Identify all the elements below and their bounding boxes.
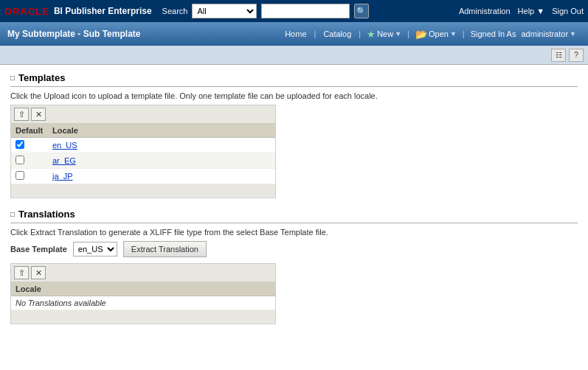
delete-translation-button[interactable]: ✕ [31,266,46,279]
translations-section: □ Translations Click Extract Translation… [10,209,578,324]
templates-footer-row [11,184,275,198]
translations-description: Click Extract Translation to generate a … [10,228,578,237]
col-locale-header: Locale [48,124,275,138]
oracle-logo-text: ORACLE [4,6,49,17]
base-template-select[interactable]: en_US ar_EG ja_JP [73,242,117,256]
templates-collapse-icon[interactable]: □ [10,74,15,82]
translations-table: Locale No Translations available [11,282,275,324]
base-template-label: Base Template [10,245,67,254]
translations-section-title: Translations [18,209,75,220]
search-scope-select[interactable]: All Reports Data Models Shared [192,4,257,18]
new-icon: ★ [367,29,376,40]
new-chevron-icon: ▼ [395,30,401,38]
translations-footer-row [11,310,275,324]
search-label: Search [162,7,188,15]
templates-section-title: Templates [18,72,65,83]
templates-table-toolbar: ⇧ ✕ [11,105,275,124]
default-cell-1 [11,153,48,169]
folder-icon: 📂 [415,29,427,40]
templates-description: Click the Upload icon to upload a templa… [10,91,578,100]
no-translations-row: No Translations available [11,296,275,310]
search-input[interactable] [261,4,350,18]
col-default-header: Default [11,124,48,138]
locale-link-1[interactable]: ar_EG [52,156,76,165]
main-content: □ Templates Click the Upload icon to upl… [0,65,588,370]
no-translations-message: No Translations available [11,296,275,310]
locale-cell-2: ja_JP [48,169,275,184]
translations-section-header: □ Translations [10,209,578,220]
locale-cell-1: ar_EG [48,153,275,169]
signedin-chevron-icon: ▼ [570,30,576,38]
translations-table-container: ⇧ ✕ Locale No Translations available [10,263,276,324]
open-dropdown[interactable]: 📂 Open ▼ [411,26,461,43]
templates-section: □ Templates Click the Upload icon to upl… [10,72,578,198]
base-template-row: Base Template en_US ar_EG ja_JP Extract … [10,241,578,257]
default-checkbox-0[interactable] [15,140,24,149]
locale-link-0[interactable]: en_US [52,141,77,150]
default-checkbox-2[interactable] [15,171,24,180]
nav-bar: My Subtemplate - Sub Template Home | Cat… [0,22,588,46]
top-bar-right: Administration Help ▼ Sign Out [459,7,584,15]
search-button[interactable]: 🔍 [354,4,369,18]
home-link[interactable]: Home [279,27,312,41]
top-bar: ORACLE BI Publisher Enterprise Search Al… [0,0,588,22]
templates-divider [10,86,578,87]
page-title: My Subtemplate - Sub Template [7,29,279,39]
toolbar-bar: ☷ ? [0,46,588,65]
table-row: ar_EG [11,153,275,169]
default-checkbox-1[interactable] [15,156,24,164]
signed-in-dropdown[interactable]: Signed In As administrator ▼ [466,27,581,41]
templates-table: Default Locale en_US ar_EG [11,124,275,198]
administration-link[interactable]: Administration [459,7,511,15]
translations-collapse-icon[interactable]: □ [10,210,15,218]
oracle-logo: ORACLE [4,6,49,17]
templates-table-container: ⇧ ✕ Default Locale en_US [10,105,276,198]
help-link[interactable]: Help ▼ [518,7,545,15]
table-row: ja_JP [11,169,275,184]
upload-translation-button[interactable]: ⇧ [14,266,29,279]
upload-button[interactable]: ⇧ [14,108,29,121]
col-locale-trans-header: Locale [11,282,275,296]
open-chevron-icon: ▼ [450,30,457,38]
locale-link-2[interactable]: ja_JP [52,172,73,181]
layout-button[interactable]: ☷ [551,49,566,62]
translations-table-toolbar: ⇧ ✕ [11,264,275,282]
help-toolbar-button[interactable]: ? [569,49,584,62]
bi-publisher-title: BI Publisher Enterprise [54,6,152,16]
new-dropdown[interactable]: ★ New ▼ [362,26,406,43]
delete-template-button[interactable]: ✕ [31,108,46,121]
templates-section-header: □ Templates [10,72,578,83]
translations-divider [10,223,578,223]
signout-link[interactable]: Sign Out [552,7,584,15]
nav-links: Home | Catalog | ★ New ▼ | 📂 Open ▼ | Si… [279,26,581,43]
locale-cell-0: en_US [48,138,275,153]
default-cell-2 [11,169,48,184]
default-cell-0 [11,138,48,153]
catalog-link[interactable]: Catalog [317,27,357,41]
table-row: en_US [11,138,275,153]
extract-translation-button[interactable]: Extract Translation [123,241,207,257]
